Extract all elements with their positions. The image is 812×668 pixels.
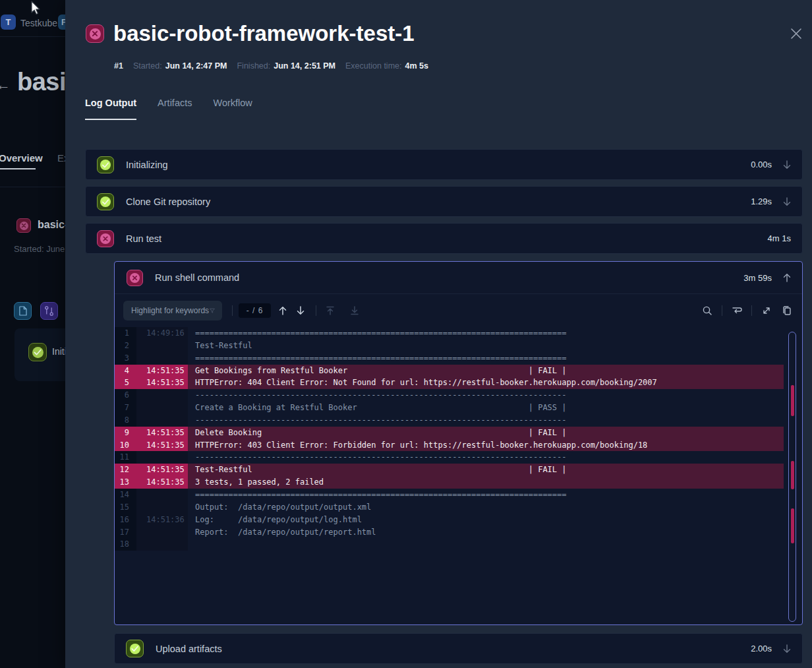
step-clone-git[interactable]: Clone Git repository 1.29s: [85, 186, 803, 217]
step-label: Run shell command: [155, 272, 239, 283]
step-duration: 0.00s: [751, 160, 772, 169]
bg-tab-underline: [0, 168, 36, 169]
passed-status-icon: [97, 156, 114, 173]
log-line-text: Delete Booking | FAIL |: [188, 427, 784, 439]
run-shell-command-header[interactable]: Run shell command 3m 59s: [115, 262, 802, 294]
log-line: 14 =====================================…: [115, 489, 784, 501]
log-line: 5 14:51:35 HTTPError: 404 Client Error: …: [115, 377, 784, 389]
word-wrap-icon[interactable]: [731, 305, 743, 317]
log-line-text: Log: /data/repo/output/log.html: [188, 514, 784, 526]
log-line-text: Get Bookings from Restful Booker | FAIL …: [188, 365, 784, 377]
tab-log-output[interactable]: Log Output: [85, 98, 136, 120]
testkube-logo[interactable]: T: [1, 15, 16, 30]
mouse-cursor: [28, 0, 42, 16]
log-line-text: Output: /data/repo/output/output.xml: [188, 501, 784, 514]
search-icon[interactable]: [701, 305, 713, 317]
collapse-chevron-icon[interactable]: [782, 272, 792, 283]
log-line-number: 18: [115, 538, 136, 551]
log-line-number: 15: [115, 501, 136, 514]
step-duration: 2.00s: [751, 644, 772, 653]
scrollbar-error-mark: [791, 385, 794, 416]
log-line-number: 9: [115, 427, 136, 439]
file-badge-icon[interactable]: [14, 302, 32, 320]
close-icon[interactable]: [789, 26, 803, 41]
log-line-text: ========================================…: [188, 352, 784, 365]
step-label: Clone Git repository: [126, 197, 210, 207]
log-line-text: Test-Restful | FAIL |: [188, 464, 784, 476]
tab-artifacts[interactable]: Artifacts: [158, 98, 192, 120]
scrollbar-error-mark: [791, 461, 794, 489]
log-line: 16 14:51:36 Log: /data/repo/output/log.h…: [115, 514, 784, 526]
log-line-timestamp: 14:49:16: [136, 327, 188, 340]
execution-meta: #1 Started:Jun 14, 2:47 PM Finished:Jun …: [114, 61, 438, 71]
log-line-timestamp: 14:51:36: [136, 514, 188, 526]
log-line-text: Create a Booking at Restful Booker | PAS…: [188, 402, 784, 414]
execution-time-value: 4m 5s: [405, 61, 428, 71]
log-line: 3 ======================================…: [115, 352, 784, 365]
log-line-text: [188, 538, 784, 551]
log-line-number: 5: [115, 377, 136, 389]
log-line-number: 8: [115, 414, 136, 427]
tab-workflow[interactable]: Workflow: [213, 98, 252, 120]
log-line-number: 2: [115, 340, 136, 352]
log-line-text: ----------------------------------------…: [188, 389, 784, 402]
log-line-timestamp: [136, 538, 188, 551]
log-line: 7 Create a Booking at Restful Booker | P…: [115, 402, 784, 414]
filter-icon: [209, 306, 216, 315]
log-line-text: Report: /data/repo/output/report.html: [188, 526, 784, 539]
log-line-number: 1: [115, 327, 136, 340]
log-line: 6 --------------------------------------…: [115, 389, 784, 402]
prev-match-icon[interactable]: [277, 305, 289, 317]
log-line: 2 Test-Restful: [115, 340, 784, 352]
steps-list: Initializing 0.00s Clone Git repository …: [85, 149, 803, 668]
log-line-timestamp: [136, 352, 188, 365]
log-line-timestamp: 14:51:35: [136, 439, 188, 452]
log-line-text: HTTPError: 403 Client Error: Forbidden f…: [188, 439, 784, 452]
scroll-to-top-icon[interactable]: [324, 305, 336, 317]
log-line-number: 13: [115, 476, 136, 489]
execution-number: #1: [114, 61, 123, 71]
step-run-test[interactable]: Run test 4m 1s: [85, 223, 803, 254]
execution-status-icon: [86, 24, 104, 43]
step-duration: 3m 59s: [743, 273, 772, 283]
execution-time-label: Execution time:: [345, 61, 401, 71]
bg-tab-overview[interactable]: Overview: [0, 152, 43, 164]
step-upload-artifacts[interactable]: Upload artifacts 2.00s: [114, 633, 803, 664]
expand-chevron-icon[interactable]: [782, 644, 792, 654]
highlight-keywords-dropdown[interactable]: Highlight for keywords: [123, 301, 222, 320]
git-badge-icon[interactable]: [40, 302, 58, 320]
log-line-timestamp: [136, 402, 188, 414]
step-label: Upload artifacts: [156, 644, 222, 654]
failed-status-icon: [127, 270, 143, 286]
log-line-text: Test-Restful: [188, 340, 784, 352]
back-arrow-icon[interactable]: ←: [0, 76, 11, 94]
finished-value: Jun 14, 2:51 PM: [274, 61, 335, 71]
copy-icon[interactable]: [781, 305, 793, 317]
log-line-number: 12: [115, 464, 136, 476]
log-line: 17 Report: /data/repo/output/report.html: [115, 526, 784, 539]
log-line-number: 3: [115, 352, 136, 365]
log-line-text: ========================================…: [188, 327, 784, 340]
log-line-number: 14: [115, 489, 136, 501]
step-duration: 1.29s: [751, 197, 772, 206]
log-line: 4 14:51:35 Get Bookings from Restful Boo…: [115, 365, 784, 377]
step-initializing[interactable]: Initializing 0.00s: [85, 149, 803, 180]
log-line-number: 10: [115, 439, 136, 452]
log-line-timestamp: [136, 489, 188, 501]
scroll-to-bottom-icon[interactable]: [349, 305, 361, 317]
expand-chevron-icon[interactable]: [782, 160, 792, 170]
log-line-timestamp: [136, 389, 188, 402]
log-line-timestamp: 14:51:35: [136, 476, 188, 489]
execution-drawer: basic-robot-framework-test-1 #1 Started:…: [65, 0, 812, 668]
log-line: 8 --------------------------------------…: [115, 414, 784, 427]
passed-status-icon: [97, 193, 114, 210]
log-toolbar: Highlight for keywords - / 6: [115, 294, 802, 327]
fullscreen-icon[interactable]: [761, 305, 772, 317]
next-match-icon[interactable]: [295, 305, 306, 317]
drawer-tabs: Log Output Artifacts Workflow: [85, 98, 252, 120]
search-match-counter: - / 6: [239, 303, 271, 318]
expand-chevron-icon[interactable]: [782, 197, 792, 207]
finished-label: Finished:: [237, 61, 270, 71]
failed-status-icon: [97, 230, 114, 247]
log-line-timestamp: [136, 501, 188, 514]
